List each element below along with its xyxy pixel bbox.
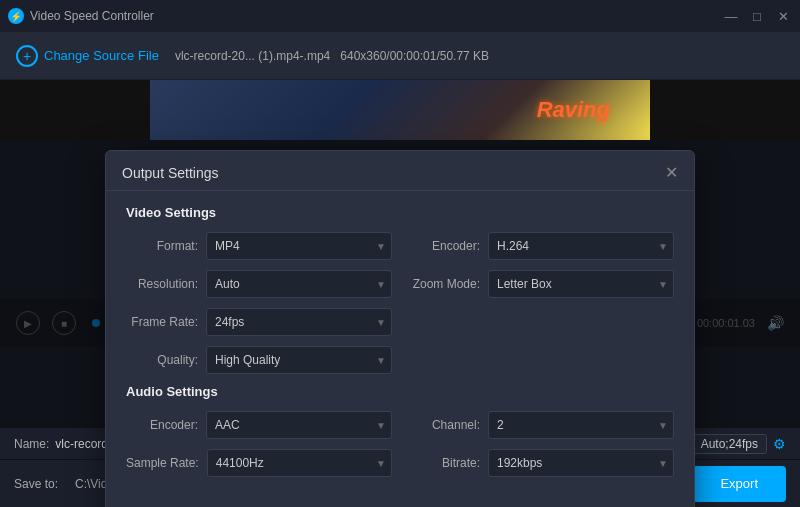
zoom-mode-label: Zoom Mode: [408, 277, 480, 291]
video-settings-title: Video Settings [126, 205, 674, 220]
dialog-overlay: Output Settings ✕ Video Settings Format:… [0, 140, 800, 427]
save-to-label: Save to: [14, 477, 69, 491]
audio-encoder-group: Encoder: AAC ▼ [126, 411, 392, 439]
encoder-group: Encoder: H.264 ▼ [408, 232, 674, 260]
close-window-button[interactable]: ✕ [774, 7, 792, 25]
audio-encoder-select[interactable]: AAC [206, 411, 392, 439]
export-button[interactable]: Export [692, 466, 786, 502]
channel-select[interactable]: 2 [488, 411, 674, 439]
name-label: Name: [14, 437, 49, 451]
quality-group: Quality: High Quality ▼ [126, 346, 392, 374]
output-settings-dialog: Output Settings ✕ Video Settings Format:… [105, 150, 695, 507]
bitrate-select[interactable]: 192kbps [488, 449, 674, 477]
quality-row: Quality: High Quality ▼ [126, 346, 674, 374]
file-name: vlc-record-20... (1).mp4-.mp4 [175, 49, 330, 63]
encoder-select[interactable]: H.264 [488, 232, 674, 260]
format-select[interactable]: MP4 [206, 232, 392, 260]
quality-select-wrapper: High Quality ▼ [206, 346, 392, 374]
title-bar: ⚡ Video Speed Controller — □ ✕ [0, 0, 800, 32]
preview-watermark: Raving [537, 97, 610, 123]
preview-thumbnail: Raving [150, 80, 650, 140]
window-controls: — □ ✕ [722, 7, 792, 25]
samplerate-select[interactable]: 44100Hz [207, 449, 392, 477]
framerate-group: Frame Rate: 24fps ▼ [126, 308, 392, 336]
bitrate-select-wrapper: 192kbps ▼ [488, 449, 674, 477]
format-group: Format: MP4 ▼ [126, 232, 392, 260]
bitrate-label: Bitrate: [408, 456, 480, 470]
dialog-header: Output Settings ✕ [106, 151, 694, 191]
encoder-select-wrapper: H.264 ▼ [488, 232, 674, 260]
resolution-group: Resolution: Auto ▼ [126, 270, 392, 298]
resolution-select-wrapper: Auto ▼ [206, 270, 392, 298]
resolution-label: Resolution: [126, 277, 198, 291]
dialog-body: Video Settings Format: MP4 ▼ Encoder: [106, 191, 694, 503]
format-encoder-row: Format: MP4 ▼ Encoder: H.264 [126, 232, 674, 260]
samplerate-group: Sample Rate: 44100Hz ▼ [126, 449, 392, 477]
samplerate-select-wrapper: 44100Hz ▼ [207, 449, 392, 477]
video-preview: Raving [0, 80, 800, 140]
audio-encoder-channel-row: Encoder: AAC ▼ Channel: 2 [126, 411, 674, 439]
format-label: Format: [126, 239, 198, 253]
quality-select[interactable]: High Quality [206, 346, 392, 374]
output-settings-gear-icon[interactable]: ⚙ [773, 436, 786, 452]
dialog-title: Output Settings [122, 165, 219, 181]
maximize-button[interactable]: □ [748, 7, 766, 25]
channel-label: Channel: [408, 418, 480, 432]
add-icon: + [16, 45, 38, 67]
title-bar-left: ⚡ Video Speed Controller [8, 8, 154, 24]
app-title: Video Speed Controller [30, 9, 154, 23]
app-icon: ⚡ [8, 8, 24, 24]
encoder-label: Encoder: [408, 239, 480, 253]
audio-encoder-select-wrapper: AAC ▼ [206, 411, 392, 439]
framerate-label: Frame Rate: [126, 315, 198, 329]
samplerate-bitrate-row: Sample Rate: 44100Hz ▼ Bitrate: 192k [126, 449, 674, 477]
toolbar: + Change Source File vlc-record-20... (1… [0, 32, 800, 80]
channel-select-wrapper: 2 ▼ [488, 411, 674, 439]
samplerate-label: Sample Rate: [126, 456, 199, 470]
resolution-zoom-row: Resolution: Auto ▼ Zoom Mode: Letter [126, 270, 674, 298]
audio-settings-title: Audio Settings [126, 384, 674, 399]
main-area: ▶ ■ 00:00:01.03 🔊 Output Settings ✕ Vide… [0, 140, 800, 427]
dialog-close-button[interactable]: ✕ [665, 163, 678, 182]
format-select-wrapper: MP4 ▼ [206, 232, 392, 260]
zoom-mode-select[interactable]: Letter Box [488, 270, 674, 298]
zoom-mode-select-wrapper: Letter Box ▼ [488, 270, 674, 298]
output-value: Auto;24fps [692, 434, 767, 454]
framerate-select-wrapper: 24fps ▼ [206, 308, 392, 336]
framerate-row: Frame Rate: 24fps ▼ [126, 308, 674, 336]
change-source-button[interactable]: + Change Source File [16, 45, 159, 67]
framerate-select[interactable]: 24fps [206, 308, 392, 336]
file-info: vlc-record-20... (1).mp4-.mp4 640x360/00… [175, 49, 489, 63]
dialog-footer: Reset Cancel OK [106, 503, 694, 507]
audio-encoder-label: Encoder: [126, 418, 198, 432]
channel-group: Channel: 2 ▼ [408, 411, 674, 439]
zoom-mode-group: Zoom Mode: Letter Box ▼ [408, 270, 674, 298]
file-meta: 640x360/00:00:01/50.77 KB [340, 49, 489, 63]
resolution-select[interactable]: Auto [206, 270, 392, 298]
bitrate-group: Bitrate: 192kbps ▼ [408, 449, 674, 477]
quality-label: Quality: [126, 353, 198, 367]
change-source-label: Change Source File [44, 48, 159, 63]
minimize-button[interactable]: — [722, 7, 740, 25]
